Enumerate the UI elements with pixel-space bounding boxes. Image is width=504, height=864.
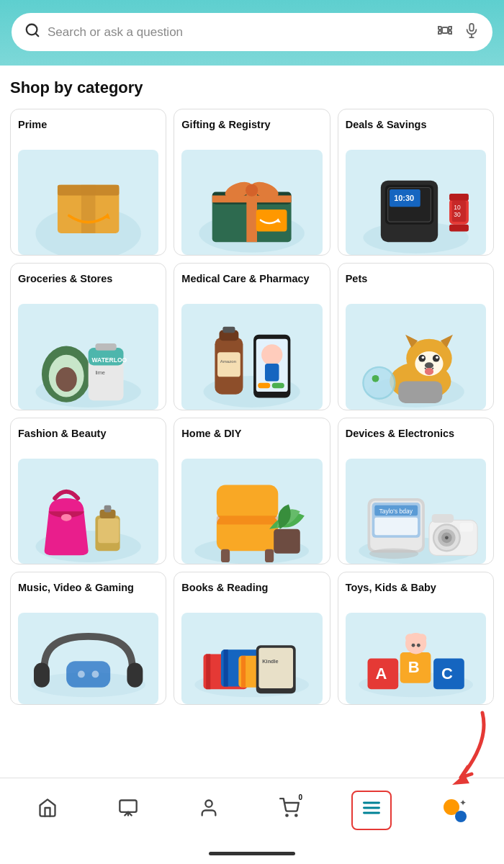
card-image-pets [346, 304, 486, 409]
card-title-pets: Pets [346, 272, 486, 298]
card-image-deals: 10:30 10 30 [346, 150, 486, 255]
card-image-toys: A B C [346, 613, 486, 704]
svg-rect-84 [265, 549, 274, 562]
svg-rect-83 [221, 549, 230, 562]
category-card-books[interactable]: Books & Reading Kindle [174, 572, 330, 705]
svg-point-69 [425, 369, 433, 376]
svg-point-66 [421, 356, 424, 359]
svg-rect-115 [259, 648, 294, 688]
svg-rect-45 [95, 343, 116, 351]
svg-rect-81 [217, 485, 278, 521]
cart-icon [279, 798, 300, 823]
svg-point-133 [286, 814, 287, 816]
svg-rect-85 [274, 529, 301, 554]
svg-rect-104 [66, 662, 110, 688]
category-card-toys[interactable]: Toys, Kids & Baby A B C [338, 572, 494, 705]
card-image-medical: Amazon [181, 304, 322, 409]
svg-rect-100 [459, 523, 472, 531]
svg-point-126 [418, 634, 426, 643]
play-icon [118, 798, 138, 823]
card-image-devices: Taylo's bday [346, 459, 486, 564]
card-title-groceries: Groceries & Stores [18, 272, 158, 298]
category-card-home[interactable]: Home & DIY [174, 418, 330, 564]
category-card-prime[interactable]: Prime [10, 109, 166, 256]
card-image-prime [18, 150, 158, 255]
bottom-bar [0, 842, 504, 864]
nav-item-menu[interactable] [351, 791, 392, 830]
card-title-fashion: Fashion & Beauty [18, 427, 158, 453]
microphone-icon[interactable] [464, 22, 480, 42]
card-image-fashion [18, 459, 158, 564]
svg-rect-19 [212, 195, 292, 202]
card-title-toys: Toys, Kids & Baby [346, 581, 486, 607]
category-grid: Prime Gifting & Registry [10, 109, 494, 705]
cart-badge: 0 [298, 793, 302, 801]
person-icon [199, 798, 219, 823]
svg-line-1 [35, 33, 38, 36]
category-card-music[interactable]: Music, Video & Gaming [10, 572, 166, 705]
card-title-gifting: Gifting & Registry [181, 118, 322, 144]
category-card-devices[interactable]: Devices & Electronics Taylo's bday [338, 418, 494, 564]
svg-point-125 [405, 634, 414, 643]
category-card-fashion[interactable]: Fashion & Beauty [10, 418, 166, 564]
svg-point-98 [445, 536, 449, 539]
svg-point-127 [411, 644, 415, 647]
svg-rect-7 [469, 24, 474, 31]
svg-rect-6 [442, 27, 448, 33]
nav-item-video[interactable] [109, 792, 147, 829]
nav-item-home[interactable] [29, 792, 66, 829]
ai-icon: ✦ [444, 799, 467, 822]
nav-item-account[interactable] [190, 792, 228, 829]
svg-point-132 [205, 801, 212, 807]
svg-point-134 [295, 814, 297, 816]
svg-point-128 [417, 644, 420, 647]
svg-point-93 [369, 548, 418, 559]
bottom-nav: 0 ✦ [0, 778, 504, 842]
svg-text:10: 10 [454, 204, 461, 211]
svg-point-54 [261, 345, 282, 366]
search-bar[interactable]: Search or ask a question [12, 13, 492, 51]
card-title-music: Music, Video & Gaming [18, 581, 158, 607]
phone-container: Search or ask a question [0, 0, 504, 864]
svg-text:Kindle: Kindle [263, 658, 279, 665]
nav-item-ai[interactable]: ✦ [435, 793, 475, 828]
svg-text:30: 30 [454, 211, 461, 218]
card-title-devices: Devices & Electronics [346, 427, 486, 453]
svg-point-67 [436, 356, 438, 359]
svg-point-71 [363, 367, 395, 399]
svg-rect-102 [34, 663, 50, 688]
svg-text:Amazon: Amazon [220, 359, 236, 364]
svg-text:B: B [408, 658, 419, 676]
nav-item-cart[interactable]: 0 [271, 792, 308, 829]
main-content: Shop by category Prime [0, 66, 504, 778]
search-icon [24, 22, 40, 42]
camera-scan-icon[interactable] [436, 22, 454, 42]
svg-text:lime: lime [95, 369, 104, 376]
card-image-gifting [181, 150, 322, 255]
home-icon [37, 798, 58, 823]
svg-rect-50 [217, 353, 240, 377]
home-indicator [209, 852, 295, 855]
svg-rect-49 [223, 327, 235, 333]
svg-rect-130 [120, 801, 136, 812]
svg-text:A: A [375, 665, 387, 683]
svg-rect-111 [224, 650, 228, 687]
category-card-medical[interactable]: Medical Care & Pharmacy Amazon [174, 263, 330, 410]
menu-icon [361, 798, 382, 823]
category-card-gifting[interactable]: Gifting & Registry [174, 109, 330, 256]
svg-text:C: C [441, 665, 453, 683]
card-title-prime: Prime [18, 118, 158, 144]
card-title-home: Home & DIY [181, 427, 322, 453]
svg-rect-113 [241, 656, 246, 688]
category-card-groceries[interactable]: Groceries & Stores WATERLOO lime [10, 263, 166, 410]
svg-rect-32 [449, 194, 469, 201]
svg-point-40 [55, 367, 76, 392]
svg-point-68 [425, 363, 433, 369]
svg-rect-92 [374, 518, 418, 535]
svg-rect-55 [265, 364, 279, 381]
category-card-deals[interactable]: Deals & Savings 10:30 [338, 109, 494, 256]
search-right-icons [436, 22, 480, 42]
category-card-pets[interactable]: Pets [338, 263, 494, 410]
svg-rect-78 [98, 518, 119, 543]
section-title: Shop by category [10, 78, 494, 97]
